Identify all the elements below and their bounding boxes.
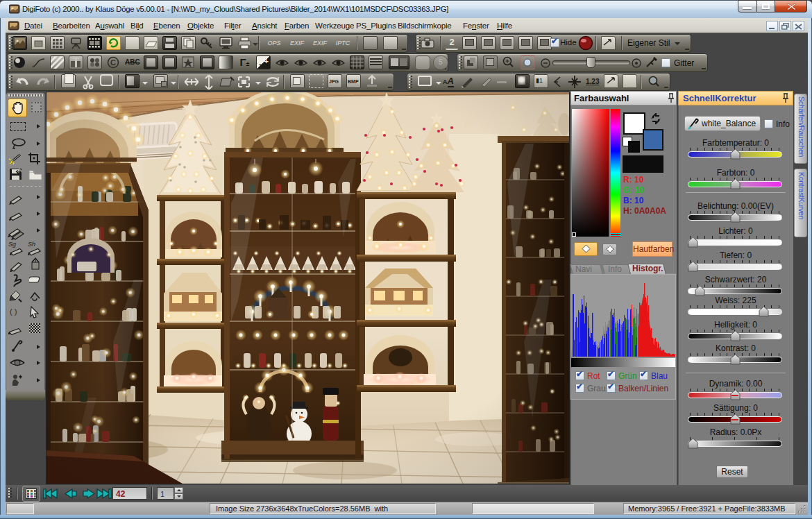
svg-text:C: C bbox=[110, 58, 116, 67]
